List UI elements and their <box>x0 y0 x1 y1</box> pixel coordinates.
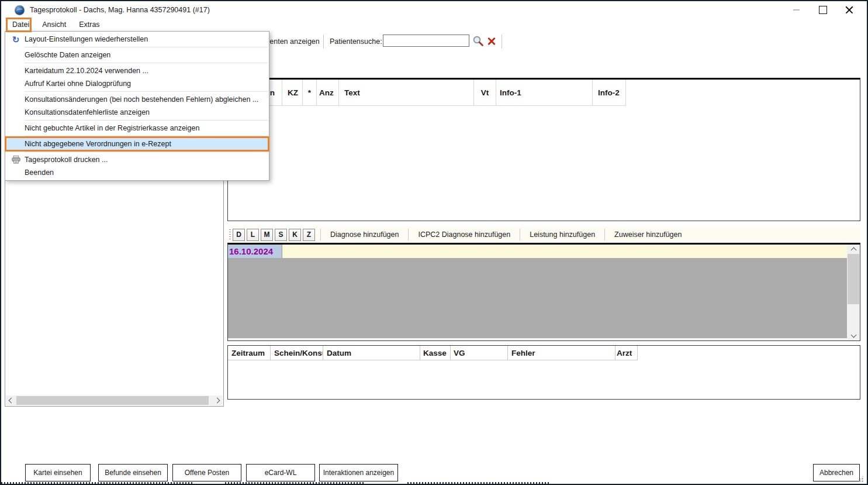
search-icon[interactable] <box>472 35 484 47</box>
toolbar-separator <box>320 229 321 240</box>
error-table-header: Zeitraum Schein/Konsultation/Lei Datum K… <box>228 346 638 360</box>
menu-item-label: Gelöschte Daten anzeigen <box>25 51 110 59</box>
menu-item-label: Karteidatum 22.10.2024 verwenden ... <box>25 67 148 75</box>
column-header-zeitraum[interactable]: Zeitraum <box>228 346 271 360</box>
day-date-cell[interactable]: 16.10.2024 <box>228 245 282 258</box>
clipped-status-text <box>1 482 194 484</box>
patient-search-label: Patientensuche: <box>330 37 382 46</box>
abbrechen-button[interactable]: Abbrechen <box>813 464 860 481</box>
column-header-info2[interactable]: Info-2 <box>593 80 626 106</box>
column-header-anz[interactable]: Anz <box>317 80 339 106</box>
quick-button-m[interactable]: M <box>261 229 273 241</box>
column-header-fehler[interactable]: Fehler <box>508 346 615 360</box>
menu-ansicht[interactable]: Ansicht <box>36 18 72 32</box>
offene-posten-button[interactable]: Offene Posten <box>172 464 241 481</box>
menu-item-label: Konsultationsänderungen (bei noch besteh… <box>25 95 258 104</box>
day-content-area <box>228 258 847 338</box>
menu-item-layout-wiederherstellen[interactable]: ↻ Layout-Einstellungen wiederherstellen <box>5 33 269 46</box>
scroll-down-arrow[interactable] <box>847 331 860 340</box>
maximize-button[interactable] <box>810 1 836 18</box>
menu-item-konsultationsaenderungen[interactable]: Konsultationsänderungen (bei noch besteh… <box>5 93 269 106</box>
add-icpc2-diagnose-button[interactable]: ICPC2 Diagnose hinzufügen <box>414 229 514 240</box>
cgm-logo-icon <box>15 5 25 15</box>
column-header-datum[interactable]: Datum <box>323 346 420 360</box>
chevron-right-icon <box>215 398 220 404</box>
menu-item-label: Beenden <box>25 168 54 177</box>
menu-item-nicht-gebuchte-artikel[interactable]: Nicht gebuchte Artikel in der Registrier… <box>5 122 269 135</box>
day-group-row[interactable]: 16.10.2024 <box>228 245 847 258</box>
window-title: Tagesprotokoll - Dachs, Mag. Hanna 43572… <box>30 6 210 14</box>
column-header-arzt[interactable]: Arzt <box>615 346 638 360</box>
toolbar-separator <box>520 229 520 240</box>
menu-separator <box>25 47 268 47</box>
column-header-schein[interactable]: Schein/Konsultation/Lei <box>271 346 323 360</box>
quick-button-z[interactable]: Z <box>303 229 315 241</box>
scroll-up-arrow[interactable] <box>847 245 860 254</box>
menu-item-konsultationsdatenfehlerliste[interactable]: Konsultationsdatenfehlerliste anzeigen <box>5 106 269 119</box>
maximize-icon <box>819 6 827 14</box>
menu-item-aufruf-kartei[interactable]: Aufruf Kartei ohne Dialogprüfung <box>5 77 269 90</box>
toolbar-separator <box>502 35 502 49</box>
column-header-star[interactable]: * <box>303 80 317 106</box>
toolbar-separator <box>408 229 409 240</box>
add-leistung-button[interactable]: Leistung hinzufügen <box>525 229 599 240</box>
quick-button-s[interactable]: S <box>275 229 287 241</box>
toolbar-drag-handle[interactable] <box>229 229 231 240</box>
chevron-down-icon <box>850 332 856 338</box>
window-controls <box>783 1 862 18</box>
menu-separator <box>25 120 268 121</box>
chevron-left-icon <box>9 398 15 404</box>
restore-layout-icon: ↻ <box>10 33 22 46</box>
show-patients-button[interactable]: tienten anzeigen <box>266 37 320 46</box>
menu-item-label: Tagesprotokoll drucken ... <box>25 156 108 164</box>
clipped-status-text <box>225 482 365 484</box>
kartei-einsehen-button[interactable]: Kartei einsehen <box>25 464 91 481</box>
menu-extras[interactable]: Extras <box>72 18 106 32</box>
consultation-table-header: n KZ * Anz Text Vt Info-1 Info-2 <box>228 80 626 106</box>
add-zuweiser-button[interactable]: Zuweiser hinzufügen <box>610 229 686 240</box>
menu-separator <box>25 63 268 63</box>
minimize-icon <box>793 9 800 11</box>
vertical-scrollbar[interactable] <box>847 245 860 340</box>
column-header-vt[interactable]: Vt <box>474 80 496 106</box>
menu-item-geloeschte-daten[interactable]: Gelöschte Daten anzeigen <box>5 49 269 61</box>
minimize-button[interactable] <box>783 1 810 18</box>
quick-button-d[interactable]: D <box>233 229 245 241</box>
clear-search-icon[interactable] <box>487 36 496 46</box>
scrollbar-thumb[interactable] <box>848 254 859 304</box>
clipped-status-text <box>407 482 551 484</box>
column-header-vg[interactable]: VG <box>451 346 508 360</box>
menu-separator <box>25 152 268 152</box>
close-icon <box>845 6 853 14</box>
scrollbar-thumb[interactable] <box>16 396 209 405</box>
menu-separator <box>25 91 268 92</box>
menu-item-label: Aufruf Kartei ohne Dialogprüfung <box>25 80 131 88</box>
protocol-day-view: 16.10.2024 <box>227 243 860 341</box>
consultation-table: n KZ * Anz Text Vt Info-1 Info-2 <box>227 78 860 221</box>
interaktionen-anzeigen-button[interactable]: Interaktionen anzeigen <box>319 464 398 481</box>
error-list-table: Zeitraum Schein/Konsultation/Lei Datum K… <box>227 345 860 400</box>
column-header-info1[interactable]: Info-1 <box>496 80 593 106</box>
toolbar-separator <box>323 35 324 49</box>
ecard-wl-button[interactable]: eCard-WL <box>246 464 315 481</box>
scroll-right-arrow[interactable] <box>213 395 223 405</box>
menu-item-tagesprotokoll-drucken[interactable]: Tagesprotokoll drucken ... <box>5 153 269 166</box>
menu-item-karteidatum[interactable]: Karteidatum 22.10.2024 verwenden ... <box>5 64 269 77</box>
menu-separator <box>25 136 268 136</box>
quick-button-k[interactable]: K <box>289 229 301 241</box>
befunde-einsehen-button[interactable]: Befunde einsehen <box>98 464 168 481</box>
patient-search-input[interactable] <box>383 35 469 47</box>
close-button[interactable] <box>836 1 862 18</box>
title-bar: Tagesprotokoll - Dachs, Mag. Hanna 43572… <box>1 1 867 18</box>
column-header-text[interactable]: Text <box>339 80 474 106</box>
menu-item-nicht-abgegebene-verordnungen[interactable]: Nicht abgegebene Verordnungen in e-Rezep… <box>5 137 269 150</box>
menu-item-beenden[interactable]: Beenden <box>5 166 269 179</box>
column-header-kasse[interactable]: Kasse <box>420 346 451 360</box>
file-menu-dropdown: ↻ Layout-Einstellungen wiederherstellen … <box>5 31 269 181</box>
menu-datei[interactable]: Datei <box>6 18 36 32</box>
horizontal-scrollbar[interactable] <box>6 395 223 405</box>
scroll-left-arrow[interactable] <box>6 395 15 405</box>
quick-button-l[interactable]: L <box>247 229 259 241</box>
column-header-kz[interactable]: KZ <box>282 80 303 106</box>
add-diagnose-button[interactable]: Diagnose hinzufügen <box>326 229 403 240</box>
